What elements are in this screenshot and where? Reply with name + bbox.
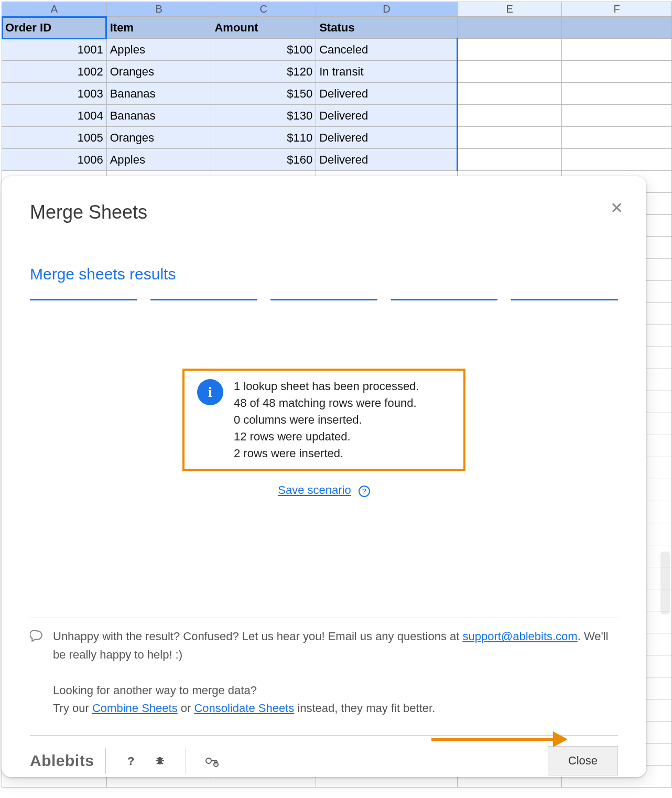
cell-D2[interactable]: Canceled — [316, 39, 458, 61]
dialog-title: Merge Sheets — [30, 201, 618, 223]
cell-C6[interactable]: $110 — [211, 127, 316, 149]
cell-B3[interactable]: Oranges — [106, 61, 211, 83]
help-question-icon[interactable]: ? — [123, 752, 140, 770]
close-icon[interactable]: ✕ — [610, 200, 623, 216]
combine-sheets-link[interactable]: Combine Sheets — [92, 702, 178, 715]
result-line: 0 columns were inserted. — [234, 412, 419, 428]
result-line: 48 of 48 matching rows were found. — [234, 395, 419, 412]
cell-C5[interactable]: $130 — [211, 105, 316, 127]
cell-F3[interactable] — [562, 61, 672, 83]
progress-steps — [30, 299, 618, 300]
result-line: 12 rows were updated. — [234, 428, 419, 445]
chat-icon — [30, 629, 45, 717]
svg-point-3 — [206, 758, 211, 763]
cell-A7[interactable]: 1006 — [2, 149, 107, 171]
cell-D5[interactable]: Delivered — [316, 105, 458, 127]
cell-C1[interactable]: Amount — [211, 17, 316, 39]
cell-B7[interactable]: Apples — [106, 149, 211, 171]
result-line: 1 lookup sheet has been processed. — [234, 378, 419, 395]
cell-E3[interactable] — [457, 61, 562, 83]
cell-E7[interactable] — [457, 149, 562, 171]
consolidate-sheets-link[interactable]: Consolidate Sheets — [194, 702, 294, 715]
cell-A3[interactable]: 1002 — [2, 61, 107, 83]
cell-A4[interactable]: 1003 — [2, 83, 107, 105]
svg-rect-2 — [158, 760, 162, 764]
cell-E5[interactable] — [457, 105, 562, 127]
col-header-E[interactable]: E — [457, 2, 562, 17]
cell-B2[interactable]: Apples — [106, 39, 211, 61]
cell-D7[interactable]: Delivered — [316, 149, 458, 171]
cell-F1[interactable] — [562, 17, 672, 39]
header-row: Order ID Item Amount Status — [2, 17, 672, 39]
cell-B1[interactable]: Item — [106, 17, 211, 39]
cell-A2[interactable]: 1001 — [2, 39, 107, 61]
cell-F6[interactable] — [562, 127, 672, 149]
cell-F5[interactable] — [562, 105, 672, 127]
cell-C4[interactable]: $150 — [211, 83, 316, 105]
info-icon: i — [197, 379, 223, 405]
col-header-C[interactable]: C — [211, 2, 316, 17]
col-header-D[interactable]: D — [316, 2, 458, 17]
save-scenario-link[interactable]: Save scenario — [278, 483, 351, 497]
results-text: 1 lookup sheet has been processed.48 of … — [234, 378, 419, 461]
support-email-link[interactable]: support@ablebits.com — [462, 630, 577, 643]
cell-F2[interactable] — [562, 39, 672, 61]
column-letter-row: A B C D E F — [2, 2, 672, 17]
cell-D3[interactable]: In transit — [316, 61, 458, 83]
help-feedback-block: Unhappy with the result? Confused? Let u… — [30, 628, 618, 717]
cell-E2[interactable] — [457, 39, 562, 61]
table-row[interactable]: 1004Bananas$130Delivered — [2, 105, 672, 127]
key-info-icon[interactable] — [203, 752, 221, 770]
cell-A5[interactable]: 1004 — [2, 105, 107, 127]
cell-C3[interactable]: $120 — [211, 61, 316, 83]
result-line: 2 rows were inserted. — [234, 445, 419, 462]
col-header-A[interactable]: A — [2, 2, 107, 17]
results-highlight-box: i 1 lookup sheet has been processed.48 o… — [182, 369, 465, 471]
cell-A1[interactable]: Order ID — [2, 17, 107, 39]
cell-D4[interactable]: Delivered — [316, 83, 458, 105]
svg-text:?: ? — [127, 754, 134, 767]
table-row[interactable]: 1002Oranges$120In transit — [2, 61, 672, 83]
cell-E6[interactable] — [457, 127, 562, 149]
cell-C7[interactable]: $160 — [211, 149, 316, 171]
dialog-subtitle: Merge sheets results — [30, 265, 618, 283]
scrollbar-thumb[interactable] — [660, 552, 670, 614]
bug-icon[interactable] — [151, 752, 169, 770]
cell-B4[interactable]: Bananas — [106, 83, 211, 105]
help-text: Unhappy with the result? Confused? Let u… — [53, 630, 462, 643]
col-header-B[interactable]: B — [106, 2, 211, 17]
cell-B5[interactable]: Bananas — [106, 105, 211, 127]
table-row[interactable]: 1006Apples$160Delivered — [2, 149, 672, 171]
cell-F4[interactable] — [562, 83, 672, 105]
table-row[interactable]: 1003Bananas$150Delivered — [2, 83, 672, 105]
cell-A6[interactable]: 1005 — [2, 127, 107, 149]
col-header-F[interactable]: F — [562, 2, 672, 17]
cell-F7[interactable] — [562, 149, 672, 171]
help-icon[interactable]: ? — [359, 486, 370, 497]
cell-E4[interactable] — [457, 83, 562, 105]
close-button[interactable]: Close — [548, 746, 618, 775]
table-row[interactable]: 1005Oranges$110Delivered — [2, 127, 672, 149]
brand-logo: Ablebits — [30, 752, 94, 770]
cell-D1[interactable]: Status — [316, 17, 458, 39]
cell-D6[interactable]: Delivered — [316, 127, 458, 149]
cell-C2[interactable]: $100 — [211, 39, 316, 61]
table-row[interactable]: 1001Apples$100Canceled — [2, 39, 672, 61]
cell-B6[interactable]: Oranges — [106, 127, 211, 149]
cell-E1[interactable] — [457, 17, 562, 39]
dialog-footer: Ablebits ? Close — [30, 746, 618, 775]
merge-sheets-dialog: Merge Sheets ✕ Merge sheets results i 1 … — [2, 176, 646, 777]
